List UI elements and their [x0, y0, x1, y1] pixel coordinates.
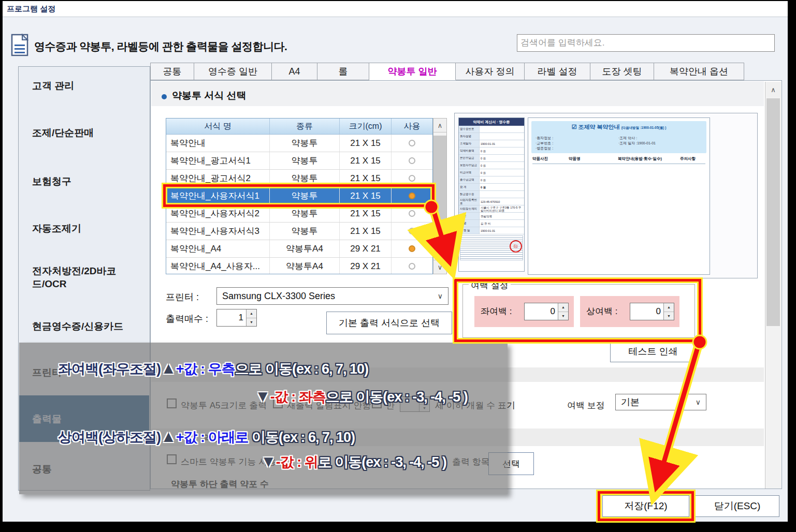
preview-receipt-doc: 약제비 계산서 · 영수증 영수증번호 환자성명 조제일자1900-01-31 … [458, 117, 525, 272]
save-button-highlight [598, 491, 694, 521]
scroll-up-icon[interactable]: ∧ [433, 119, 446, 132]
use-radio[interactable] [409, 140, 415, 146]
table-row[interactable]: 복약안내_사용자서식2약봉투 21 X 15 [166, 205, 432, 223]
receipt-title: 약제비 계산서 · 영수증 [459, 118, 524, 126]
scroll-up-icon[interactable]: ∧ [765, 82, 781, 97]
sidebar-item-insurance[interactable]: 보험청구 [32, 175, 143, 188]
window-title: 프로그램 설정 [7, 4, 55, 14]
tab-userdefined[interactable]: 사용자 정의 [456, 63, 525, 80]
printer-label: 프린터 : [166, 291, 199, 303]
scroll-down-icon[interactable]: ∨ [433, 260, 446, 274]
sidebar-item-dispense[interactable]: 조제/단순판매 [32, 126, 143, 139]
printer-select[interactable]: Samsung CLX-3300 Series ∨ [216, 287, 448, 305]
table-row[interactable]: 복약안내_사용자서식3약봉투 21 X 15 [166, 223, 432, 240]
copies-stepper[interactable]: 1 ▲▼ [216, 309, 257, 327]
sidebar-item-eprescription[interactable]: 전자처방전/2D바코드/OCR [32, 264, 143, 290]
down-triangle-icon: ▼ [255, 387, 270, 405]
section-title: 약봉투 서식 선택 [172, 89, 247, 102]
column-header-name[interactable]: 서식 명 [166, 119, 270, 134]
medguide-title: ☑ 조제약 복약안내 [572, 124, 620, 130]
use-radio[interactable] [409, 263, 415, 270]
spin-down-icon[interactable]: ▼ [247, 318, 256, 327]
use-radio[interactable] [409, 245, 415, 252]
annotation-top-margin-line1: 상여백(상하조절)▲+값 : 아래로 이동(ex : 6, 7, 10) [58, 427, 355, 447]
program-settings-window: 프로그램 설정 영수증과 약봉투, 라벨등에 관한 출력물을 설정합니다. 고객… [0, 0, 796, 532]
tab-roll[interactable]: 롤 [317, 63, 369, 80]
chevron-down-icon: ∨ [438, 292, 443, 300]
table-row[interactable]: 복약안내약봉투 21 X 15 [166, 135, 432, 152]
sidebar-item-autodispenser[interactable]: 자동조제기 [32, 222, 143, 235]
column-header-type[interactable]: 종류 [270, 119, 340, 134]
test-print-button[interactable]: 테스트 인쇄 [610, 341, 696, 362]
copies-value: 1 [217, 309, 246, 326]
preview-panel: 약제비 계산서 · 영수증 영수증번호 환자성명 조제일자1900-01-31 … [454, 113, 758, 278]
margin-correction-value: 기본 [621, 396, 640, 408]
table-row[interactable]: 복약안내_A4약봉투A4 29 X 21 [166, 240, 432, 258]
tab-envelope[interactable]: 약봉투 일반 [369, 63, 456, 80]
tab-a4[interactable]: A4 [272, 63, 317, 80]
table-header-row: 서식 명 종류 크기(cm) 사용 [166, 119, 432, 135]
content-scrollbar-thumb[interactable] [766, 98, 780, 326]
sidebar-item-cashreceipt[interactable]: 현금영수증/신용카드 [32, 320, 143, 333]
document-icon [10, 33, 31, 60]
annotation-top-margin-line2: ▼-값 : 위로 이동(ex : -3, -4, -5 ) [260, 452, 446, 471]
tab-label[interactable]: 라벨 설정 [525, 63, 590, 80]
margin-correction-select[interactable]: 기본 ∨ [615, 394, 706, 410]
down-triangle-icon: ▼ [260, 452, 276, 470]
use-radio[interactable] [409, 175, 415, 182]
close-button[interactable]: 닫기(ESC) [695, 495, 779, 517]
tab-medguide[interactable]: 복약안내 옵션 [654, 63, 744, 80]
annotation-left-margin-line1: 좌여백(좌우조절)▲+값 : 우측으로 이동(ex : 6, 7, 10) [58, 359, 368, 378]
margin-settings-highlight [454, 279, 701, 342]
table-row[interactable]: 복약안내_광고서식1약봉투 21 X 15 [166, 152, 432, 170]
sidebar-item-customer[interactable]: 고객 관리 [32, 79, 143, 92]
up-triangle-icon: ▲ [161, 359, 176, 377]
selected-row-highlight [163, 184, 435, 207]
margin-correction-label: 여백 보정 [567, 400, 605, 411]
use-radio[interactable] [409, 157, 415, 164]
tab-receipt[interactable]: 영수증 일반 [194, 63, 272, 80]
tab-bar: 공통 영수증 일반 A4 롤 약봉투 일반 사용자 정의 라벨 설정 도장 셋팅… [150, 63, 744, 80]
table-row[interactable]: 복약안내_A4_사용자...약봉투A4 29 X 21 [166, 258, 432, 274]
printer-value: Samsung CLX-3300 Series [222, 291, 335, 302]
table-scrollbar-thumb[interactable] [433, 136, 446, 243]
column-header-use[interactable]: 사용 [392, 119, 432, 134]
copies-label: 출력매수 : [166, 313, 208, 325]
use-radio[interactable] [409, 228, 415, 234]
page-title: 영수증과 약봉투, 라벨등에 관한 출력물을 설정합니다. [34, 39, 287, 54]
annotation-left-margin-line2: ▼-값 : 좌측으로 이동(ex : -3, -4, -5 ) [255, 387, 468, 406]
preview-medguide-doc: ☑ 조제약 복약안내 (다음내방일 :1900-01-05(월) ) ·환자정보… [528, 117, 710, 275]
tab-common[interactable]: 공통 [150, 63, 194, 80]
section-bullet-icon [162, 94, 167, 99]
tab-stamp[interactable]: 도장 셋팅 [590, 63, 654, 80]
use-radio[interactable] [409, 210, 415, 217]
spin-up-icon[interactable]: ▲ [247, 309, 256, 318]
medguide-columns: 약품사진 약품명 복약안내(용법·횟수·일수) 주의사항 [532, 156, 705, 164]
title-bar [3, 1, 788, 17]
pharmacy-stamp-icon: 印 [510, 240, 522, 253]
chevron-down-icon: ∨ [696, 398, 701, 406]
up-triangle-icon: ▲ [161, 427, 176, 446]
search-input[interactable] [517, 34, 775, 52]
column-header-size[interactable]: 크기(cm) [340, 119, 392, 134]
medguide-header-band: ☑ 조제약 복약안내 (다음내방일 :1900-01-05(월) ) ·환자정보… [531, 121, 706, 153]
default-format-button[interactable]: 기본 출력 서식으로 선택 [326, 312, 452, 334]
medguide-next-visit: (다음내방일 :1900-01-05(월) ) [621, 126, 667, 129]
